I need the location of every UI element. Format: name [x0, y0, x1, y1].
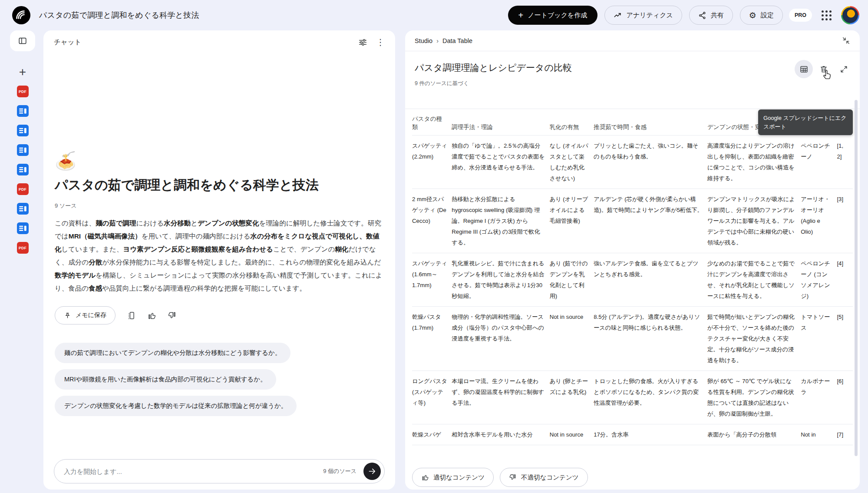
suggested-question-chip[interactable]: MRIや顕微鏡を用いた画像解析は食品内部の可視化にどう貢献するか。	[55, 369, 276, 390]
summary-text: この資料は、	[55, 219, 96, 227]
pdf-badge: PDF	[17, 183, 29, 195]
suggested-question-chip[interactable]: 麺の茹で調理においてデンプンの糊化や分散は水分移動にどう影響するか。	[55, 343, 290, 363]
more-options-icon[interactable]: ⋮	[376, 38, 385, 46]
studio-panel: Studio › Data Table パスタ調理理論とレシピデータの比較 9 …	[405, 30, 860, 490]
collapse-panel-icon[interactable]	[842, 36, 850, 45]
table-row: スパゲッティ (2.2mm)独自の「ゆで論」。2.5％の高塩分濃度で茹でることで…	[412, 136, 853, 189]
summary-text: や品質向上に繋がる調理過程の科学的な把握を可能にしています。	[102, 285, 306, 292]
table-cell: 乾燥スパゲ	[412, 424, 452, 445]
table-row: 2 mm径スパゲッティ (De Cecco)熱移動と水分拡散による hygros…	[412, 189, 853, 253]
thumbs-up-icon[interactable]	[147, 311, 156, 320]
toggle-sources-panel-button[interactable]	[10, 30, 35, 51]
table-cell: 乾燥パスタ (1.7mm)	[412, 307, 452, 371]
data-table-container: パスタの種類調理手法・理論乳化の有無推奨茹で時間・食感デンプンの状態・変化 (推…	[405, 109, 860, 465]
summary-actions: メモに保存	[55, 306, 384, 324]
create-notebook-button[interactable]: + ノートブックを作成	[508, 6, 598, 25]
summary-text: と	[191, 219, 198, 227]
chat-input[interactable]	[64, 468, 319, 475]
table-cell: [4]	[837, 253, 853, 307]
pdf-source-icon[interactable]: PDF	[17, 183, 29, 195]
pdf-source-icon[interactable]: PDF	[17, 86, 29, 97]
data-table-title: パスタ調理理論とレシピデータの比較	[415, 62, 850, 74]
table-cell: カルボナーラ	[801, 371, 837, 424]
apps-grid-icon[interactable]	[822, 10, 832, 20]
table-cell: アーリオ・オーリオ (Aglio e Olio)	[801, 189, 837, 253]
panel-toggle-icon	[18, 36, 27, 46]
table-row: 乾燥パスタ (1.7mm)物理的・化学的調和性理論。ソース成分（塩分等）のパスタ…	[412, 307, 853, 371]
thumbs-down-icon[interactable]	[168, 311, 177, 320]
table-cell: 本場ローマ流。生クリームを使わず、卵の凝固温度を科学的に制御する手法。	[452, 371, 549, 424]
input-source-count: 9 個のソース	[323, 467, 356, 475]
column-header: パスタの種類	[412, 109, 452, 136]
summary-text: を用いて、調理中の麺内部における	[142, 232, 251, 240]
bad-content-button[interactable]: 不適切なコンテンツ	[500, 468, 588, 487]
table-cell: 相対含水率モデルを用いた水分	[452, 424, 549, 445]
summary-text: における	[136, 219, 164, 227]
table-cell: [5]	[837, 307, 853, 371]
data-table-subtitle: 9 件のソースに基づく	[415, 80, 850, 87]
plus-icon: +	[518, 11, 524, 20]
notebooklm-logo[interactable]	[12, 6, 30, 24]
send-button[interactable]	[363, 463, 381, 480]
table-cell: [1, 2]	[837, 136, 853, 189]
thumbs-down-icon	[509, 473, 517, 481]
good-content-button[interactable]: 適切なコンテンツ	[412, 468, 494, 487]
table-cell: スパゲッティ (2.2mm)	[412, 136, 452, 189]
share-button[interactable]: 共有	[689, 6, 733, 25]
table-cell: なし (オイルパスタとして楽しむため乳化させない)	[550, 136, 594, 189]
table-cell: [7]	[837, 424, 853, 445]
notebook-emoji: 🍝	[55, 152, 384, 169]
column-header: 乳化の有無	[550, 109, 594, 136]
notebook-summary: この資料は、麺の茹で調理における水分移動とデンプンの状態変化を理論的に解明した修…	[55, 217, 384, 295]
doc-source-icon[interactable]	[17, 125, 29, 136]
suggested-question-chip[interactable]: デンプンの状態変化を考慮した数学的モデルは従来の拡散理論と何が違うか。	[55, 396, 297, 416]
account-avatar[interactable]	[841, 6, 859, 24]
good-content-label: 適切なコンテンツ	[433, 473, 485, 482]
table-cell: あり (茹で汁のデンプンを乳化剤として利用)	[550, 253, 594, 307]
tune-icon[interactable]	[358, 38, 367, 47]
doc-source-icon[interactable]	[17, 203, 29, 215]
summary-bold-text: 分散	[89, 258, 102, 266]
scrollbar-thumb[interactable]	[855, 100, 858, 456]
gear-icon: ⚙	[749, 11, 756, 20]
table-cell: [3]	[837, 189, 853, 253]
table-cell: あり (卵とチーズによる乳化)	[550, 371, 594, 424]
sources-rail: + PDFPDFPDF	[6, 30, 39, 490]
table-cell: 17分。含水率	[594, 424, 707, 445]
doc-source-icon[interactable]	[17, 222, 29, 234]
table-row: ロングパスタ (スパゲッティ等)本場ローマ流。生クリームを使わず、卵の凝固温度を…	[412, 371, 853, 424]
table-cell: 熱移動と水分拡散による hygroscopic swelling (吸湿膨潤) …	[452, 189, 549, 253]
analytics-button[interactable]: アナリティクス	[604, 6, 682, 25]
summary-bold-text: 麺の茹で調理	[96, 219, 136, 227]
table-cell: アルデンテ (芯が硬く外側が柔らかい構造)。茹で時間によりヤング率が5桁低下。	[594, 189, 707, 253]
table-cell: Not in	[801, 424, 837, 445]
table-cell: ロングパスタ (スパゲッティ等)	[412, 371, 452, 424]
doc-source-icon[interactable]	[17, 144, 29, 156]
export-to-sheets-button[interactable]	[795, 60, 813, 78]
doc-source-icon[interactable]	[17, 105, 29, 117]
breadcrumb-data-table: Data Table	[442, 37, 472, 44]
data-table: パスタの種類調理手法・理論乳化の有無推奨茹で時間・食感デンプンの状態・変化 (推…	[412, 109, 853, 445]
table-cell: 独自の「ゆで論」。2.5％の高塩分濃度で茹でることでパスタの表面を締め、水分浸透…	[452, 136, 549, 189]
copy-icon[interactable]	[127, 311, 136, 320]
save-to-note-button[interactable]: メモに保存	[55, 306, 116, 324]
settings-button[interactable]: ⚙ 設定	[740, 6, 783, 25]
summary-text: が水分保持能力に与える影響を特定しました。最終的に、これらの物理的変化を組み込ん…	[102, 258, 381, 266]
add-source-button[interactable]: +	[14, 63, 31, 81]
expand-button[interactable]	[835, 60, 853, 78]
pdf-source-icon[interactable]: PDF	[17, 242, 29, 254]
table-cell: ペペロンチーノ	[801, 136, 837, 189]
breadcrumb-studio[interactable]: Studio	[415, 37, 432, 44]
share-icon	[698, 11, 706, 20]
summary-text: ことで、デンプンの	[273, 245, 335, 253]
table-cell: トロッとした卵の食感。火が入りすぎるとボソボソになるため、タンパク質の変性温度管…	[594, 371, 707, 424]
table-cell: 強いアルデンテ食感。歯を立てるとプツンとちぎれる感覚。	[594, 253, 707, 307]
chat-panel-title: チャット	[54, 38, 81, 47]
chat-source-count: 9 ソース	[55, 202, 384, 210]
bad-content-label: 不適切なコンテンツ	[521, 473, 579, 482]
chevron-right-icon: ›	[436, 37, 439, 44]
table-cell: デンプンマトリックスが吸水により膨潤し、分子鎖間のファンデルワールス力に影響を与…	[707, 189, 801, 253]
summary-bold-text: 食感	[89, 285, 102, 292]
doc-source-icon[interactable]	[17, 164, 29, 175]
pin-icon	[64, 312, 71, 319]
